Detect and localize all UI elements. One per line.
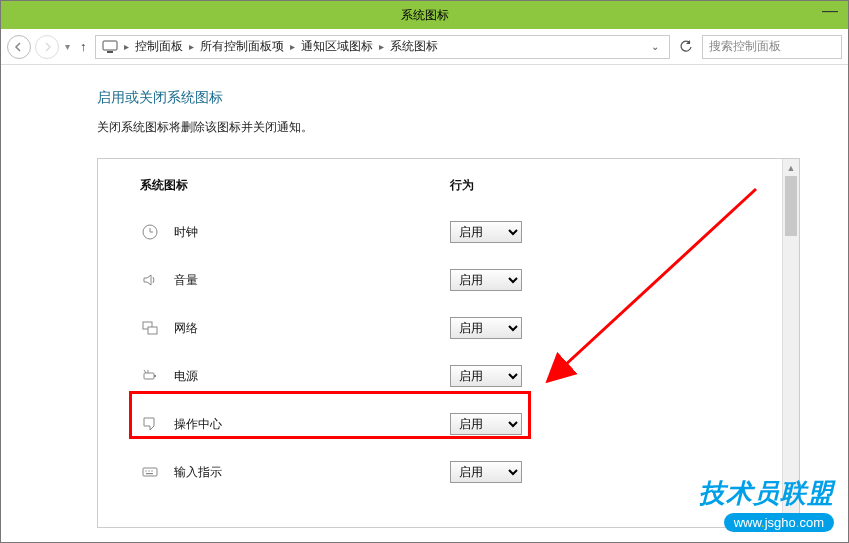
volume-icon — [140, 270, 160, 290]
svg-rect-4 — [148, 327, 157, 334]
row-label: 音量 — [174, 272, 198, 289]
search-placeholder: 搜索控制面板 — [709, 38, 781, 55]
refresh-button[interactable] — [674, 35, 698, 59]
refresh-icon — [679, 40, 693, 54]
back-button[interactable] — [7, 35, 31, 59]
search-input[interactable]: 搜索控制面板 — [702, 35, 842, 59]
breadcrumb-item[interactable]: 系统图标 — [390, 38, 438, 55]
table-row: 输入指示 启用 — [140, 448, 769, 496]
table-row: 音量 启用 — [140, 256, 769, 304]
network-icon — [140, 318, 160, 338]
scroll-thumb[interactable] — [785, 176, 797, 236]
table-row: 电源 启用 — [140, 352, 769, 400]
navigation-bar: ▾ ↑ ▸ 控制面板 ▸ 所有控制面板项 ▸ 通知区域图标 ▸ 系统图标 ⌄ 搜… — [1, 29, 848, 65]
svg-rect-7 — [143, 468, 157, 476]
breadcrumb-separator: ▸ — [286, 41, 299, 52]
history-dropdown[interactable]: ▾ — [63, 41, 72, 52]
scroll-up-button[interactable]: ▲ — [783, 159, 799, 176]
window-frame: 系统图标 — ▾ ↑ ▸ 控制面板 ▸ 所有控制面板项 ▸ 通知区域图标 ▸ 系… — [0, 0, 849, 543]
breadcrumb-item[interactable]: 控制面板 — [135, 38, 183, 55]
behavior-select[interactable]: 启用 — [450, 413, 522, 435]
back-arrow-icon — [13, 41, 25, 53]
address-dropdown[interactable]: ⌄ — [647, 41, 663, 52]
svg-rect-11 — [146, 473, 153, 474]
row-label: 输入指示 — [174, 464, 222, 481]
scrollbar[interactable]: ▲ ▼ — [782, 159, 799, 527]
address-bar[interactable]: ▸ 控制面板 ▸ 所有控制面板项 ▸ 通知区域图标 ▸ 系统图标 ⌄ — [95, 35, 671, 59]
keyboard-icon — [140, 462, 160, 482]
content-area: 启用或关闭系统图标 关闭系统图标将删除该图标并关闭通知。 系统图标 行为 时钟 … — [1, 65, 848, 542]
svg-rect-0 — [103, 41, 117, 50]
behavior-select[interactable]: 启用 — [450, 221, 522, 243]
table-row: 网络 启用 — [140, 304, 769, 352]
row-label: 操作中心 — [174, 416, 222, 433]
breadcrumb-item[interactable]: 通知区域图标 — [301, 38, 373, 55]
svg-point-10 — [151, 470, 152, 471]
table-header-row: 系统图标 行为 — [140, 177, 769, 194]
svg-rect-6 — [154, 375, 156, 377]
row-label: 时钟 — [174, 224, 198, 241]
row-label: 网络 — [174, 320, 198, 337]
page-subtext: 关闭系统图标将删除该图标并关闭通知。 — [97, 119, 800, 136]
scroll-down-button[interactable]: ▼ — [783, 510, 799, 527]
svg-point-8 — [145, 470, 146, 471]
breadcrumb-separator: ▸ — [375, 41, 388, 52]
settings-panel: 系统图标 行为 时钟 启用 音量 启用 网络 — [97, 158, 800, 528]
titlebar: 系统图标 — — [1, 1, 848, 29]
breadcrumb-separator: ▸ — [185, 41, 198, 52]
monitor-icon — [102, 40, 118, 54]
page-heading: 启用或关闭系统图标 — [97, 89, 800, 107]
row-label: 电源 — [174, 368, 198, 385]
behavior-select[interactable]: 启用 — [450, 365, 522, 387]
forward-button[interactable] — [35, 35, 59, 59]
table-row: 操作中心 启用 — [140, 400, 769, 448]
column-header-icon: 系统图标 — [140, 177, 450, 194]
behavior-select[interactable]: 启用 — [450, 317, 522, 339]
behavior-select[interactable]: 启用 — [450, 461, 522, 483]
breadcrumb-separator: ▸ — [120, 41, 133, 52]
svg-point-9 — [148, 470, 149, 471]
table-row: 时钟 启用 — [140, 208, 769, 256]
forward-arrow-icon — [41, 41, 53, 53]
window-title: 系统图标 — [1, 7, 848, 24]
breadcrumb-item[interactable]: 所有控制面板项 — [200, 38, 284, 55]
svg-rect-5 — [144, 373, 154, 379]
behavior-select[interactable]: 启用 — [450, 269, 522, 291]
svg-rect-1 — [107, 51, 113, 53]
power-icon — [140, 366, 160, 386]
up-button[interactable]: ↑ — [76, 39, 91, 54]
minimize-button[interactable]: — — [822, 3, 838, 19]
column-header-behavior: 行为 — [450, 177, 600, 194]
clock-icon — [140, 222, 160, 242]
action-center-icon — [140, 414, 160, 434]
